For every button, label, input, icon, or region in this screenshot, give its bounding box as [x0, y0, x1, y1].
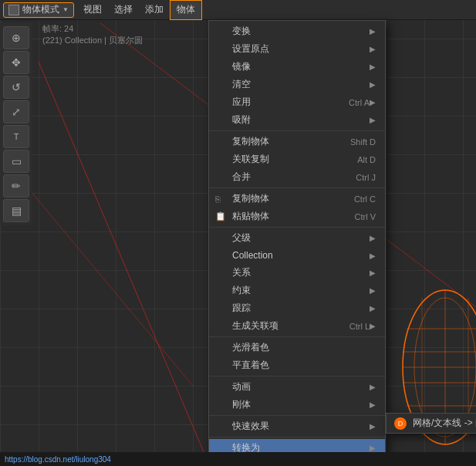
shortcut-label: Ctrl C: [354, 194, 376, 204]
convert-submenu: D 网格/文本线 -> 曲线: [386, 413, 476, 434]
arrow-icon: ▶: [370, 304, 376, 312]
menu-item-join[interactable]: 合并 Ctrl J: [209, 168, 385, 186]
menu-item-duplicate[interactable]: 复制物体 Shift D: [209, 133, 385, 150]
arrow-icon: ▶: [370, 252, 376, 260]
draw-btn[interactable]: ✏: [3, 174, 29, 198]
shortcut-label: Ctrl L: [349, 322, 370, 331]
menu-section-anim: 动画 ▶ 刚体 ▶: [209, 377, 385, 416]
info-text: 帧率: 24 (221) Collection | 贝塞尔圆: [42, 23, 143, 46]
arrow-icon: ▶: [370, 116, 376, 124]
mode-dropdown-arrow: ▼: [62, 6, 69, 13]
shortcut-label: Ctrl A: [349, 98, 370, 107]
collection-info: (221) Collection | 贝塞尔圆: [42, 35, 143, 46]
menu-section-copypaste: ⎘ 复制物体 Ctrl C 📋 粘贴物体 Ctrl V: [209, 188, 385, 228]
menu-item-parent[interactable]: 父级 ▶: [209, 229, 385, 247]
convert-icon: D: [394, 417, 407, 430]
annotate-btn[interactable]: ▭: [3, 150, 29, 173]
arrow-icon: ▶: [370, 27, 376, 35]
menu-item-animation[interactable]: 动画 ▶: [209, 378, 385, 396]
move-tool-btn[interactable]: ✥: [3, 51, 29, 74]
menu-item-flat[interactable]: 平直着色: [209, 356, 385, 374]
menu-item-collection[interactable]: Collection ▶: [209, 247, 385, 264]
menu-item-paste[interactable]: 📋 粘贴物体 Ctrl V: [209, 208, 385, 225]
menu-item-link-dup[interactable]: 关联复制 Alt D: [209, 150, 385, 168]
shortcut-label: Alt D: [357, 155, 376, 164]
arrow-icon: ▶: [370, 45, 376, 53]
shortcut-label: Ctrl J: [356, 173, 376, 182]
shortcut-label: Shift D: [350, 137, 376, 147]
menu-item-apply[interactable]: 应用 Ctrl A ▶: [209, 93, 385, 111]
menu-item-constraints[interactable]: 约束 ▶: [209, 282, 385, 299]
url-bar: https://blog.csdn.net/liulong304: [0, 452, 476, 466]
arrow-icon: ▶: [370, 62, 376, 71]
menu-item-clear[interactable]: 清空 ▶: [209, 76, 385, 93]
left-toolbar: ⊕ ✥ ↺ ⤢ T ▭ ✏ ▤: [0, 23, 32, 225]
menu-item-transform[interactable]: 变换 ▶: [209, 22, 385, 40]
scale-tool-btn[interactable]: ⤢: [3, 100, 29, 123]
menubar: 物体模式 ▼ 视图 选择 添加 物体: [0, 0, 476, 20]
menu-section-relations: 父级 ▶ Collection ▶ 关系 ▶ 约束 ▶ 跟踪 ▶ 生成关联项 C…: [209, 228, 385, 337]
submenu-label: 网格/文本线 -> 曲线: [413, 417, 476, 430]
arrow-icon: ▶: [370, 80, 376, 89]
fps-info: 帧率: 24: [42, 23, 143, 35]
menu-add[interactable]: 添加: [139, 0, 170, 20]
menu-item-mirror[interactable]: 镜像 ▶: [209, 58, 385, 76]
menu-view[interactable]: 视图: [77, 0, 108, 20]
menu-item-set-origin[interactable]: 设置原点 ▶: [209, 40, 385, 58]
mode-selector[interactable]: 物体模式 ▼: [3, 2, 74, 18]
arrow-icon: ▶: [370, 268, 376, 277]
object-dropdown-menu: 变换 ▶ 设置原点 ▶ 镜像 ▶ 清空 ▶ 应用 Ctrl A ▶ 吸附 ▶ 复…: [208, 20, 386, 466]
copy-icon: ⎘: [215, 194, 221, 204]
rotate-tool-btn[interactable]: ↺: [3, 76, 29, 99]
menu-section-effects: 快速效果 ▶: [209, 416, 385, 437]
arrow-icon: ▶: [370, 383, 376, 391]
menu-item-quick-effects[interactable]: 快速效果 ▶: [209, 417, 385, 435]
menu-item-make-links[interactable]: 生成关联项 Ctrl L ▶: [209, 317, 385, 335]
arrow-icon: ▶: [370, 234, 376, 242]
menu-item-smooth[interactable]: 光滑着色: [209, 339, 385, 356]
menu-item-relations[interactable]: 关系 ▶: [209, 264, 385, 282]
arrow-icon: ▶: [370, 444, 376, 452]
arrow-icon: ▶: [370, 422, 376, 431]
menu-select[interactable]: 选择: [108, 0, 139, 20]
arrow-icon: ▶: [370, 400, 376, 409]
menu-section-duplicate: 复制物体 Shift D 关联复制 Alt D 合并 Ctrl J: [209, 131, 385, 188]
arrow-icon: ▶: [370, 286, 376, 295]
url-text: https://blog.csdn.net/liulong304: [5, 455, 111, 464]
menu-section-transform: 变换 ▶ 设置原点 ▶ 镜像 ▶ 清空 ▶ 应用 Ctrl A ▶ 吸附 ▶: [209, 21, 385, 131]
submenu-item-mesh-to-curve[interactable]: D 网格/文本线 -> 曲线: [387, 414, 476, 433]
measure-btn[interactable]: ▤: [3, 199, 29, 222]
menu-item-snap[interactable]: 吸附 ▶: [209, 111, 385, 129]
transform-tool-btn[interactable]: T: [3, 125, 29, 148]
menu-item-copy[interactable]: ⎘ 复制物体 Ctrl C: [209, 190, 385, 208]
menu-section-shading: 光滑着色 平直着色: [209, 337, 385, 377]
paste-icon: 📋: [215, 211, 226, 221]
menu-object[interactable]: 物体: [170, 0, 202, 20]
menu-item-track[interactable]: 跟踪 ▶: [209, 299, 385, 317]
arrow-icon: ▶: [370, 322, 376, 330]
cursor-tool-btn[interactable]: ⊕: [3, 26, 29, 49]
arrow-icon: ▶: [370, 98, 376, 106]
mode-icon: [8, 5, 19, 15]
shortcut-label: Ctrl V: [355, 212, 376, 221]
mode-label: 物体模式: [22, 3, 59, 16]
menu-item-rigid-body[interactable]: 刚体 ▶: [209, 396, 385, 414]
